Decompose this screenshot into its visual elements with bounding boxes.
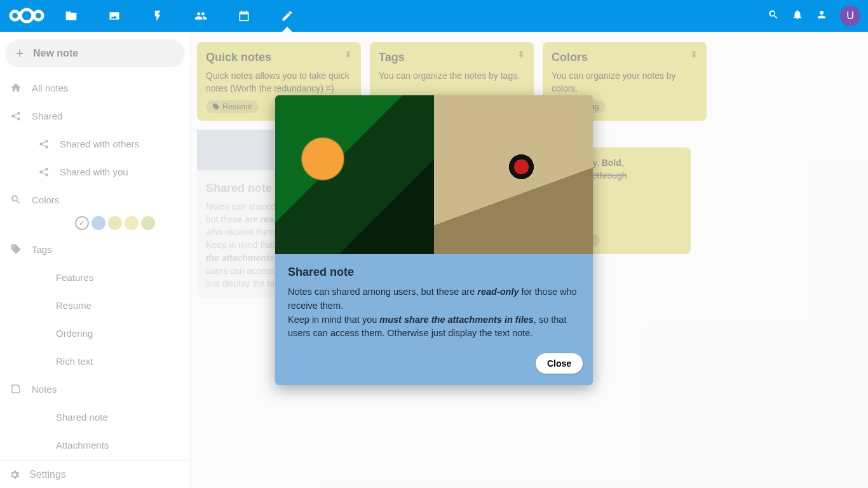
app-logo[interactable] — [8, 6, 46, 25]
contacts-icon[interactable] — [816, 9, 827, 23]
nav-files[interactable] — [57, 0, 85, 32]
svg-point-2 — [34, 11, 43, 20]
close-button[interactable]: Close — [536, 353, 583, 374]
image-finch — [434, 95, 593, 254]
nav-apps — [57, 0, 301, 32]
avatar-initial: U — [846, 10, 854, 22]
nav-contacts[interactable] — [187, 0, 215, 32]
modal-image — [275, 95, 593, 254]
topbar: U — [0, 0, 868, 32]
nav-photos[interactable] — [100, 0, 128, 32]
svg-point-0 — [11, 11, 20, 20]
modal: Shared note Notes can shared among users… — [275, 95, 593, 385]
modal-body: Shared note Notes can shared among users… — [275, 254, 593, 349]
nav-calendar[interactable] — [230, 0, 258, 32]
modal-title: Shared note — [288, 266, 580, 279]
nav-notes[interactable] — [273, 0, 301, 32]
image-toucan — [275, 95, 434, 254]
svg-point-1 — [20, 10, 32, 22]
modal-text: Notes can shared among users, but these … — [288, 285, 580, 341]
topbar-right: U — [768, 6, 860, 26]
search-icon[interactable] — [768, 9, 779, 23]
modal-overlay[interactable]: Shared note Notes can shared among users… — [0, 32, 868, 488]
modal-footer: Close — [275, 349, 593, 385]
user-avatar[interactable]: U — [840, 6, 860, 26]
nav-activity[interactable] — [144, 0, 172, 32]
notifications-icon[interactable] — [792, 9, 803, 23]
